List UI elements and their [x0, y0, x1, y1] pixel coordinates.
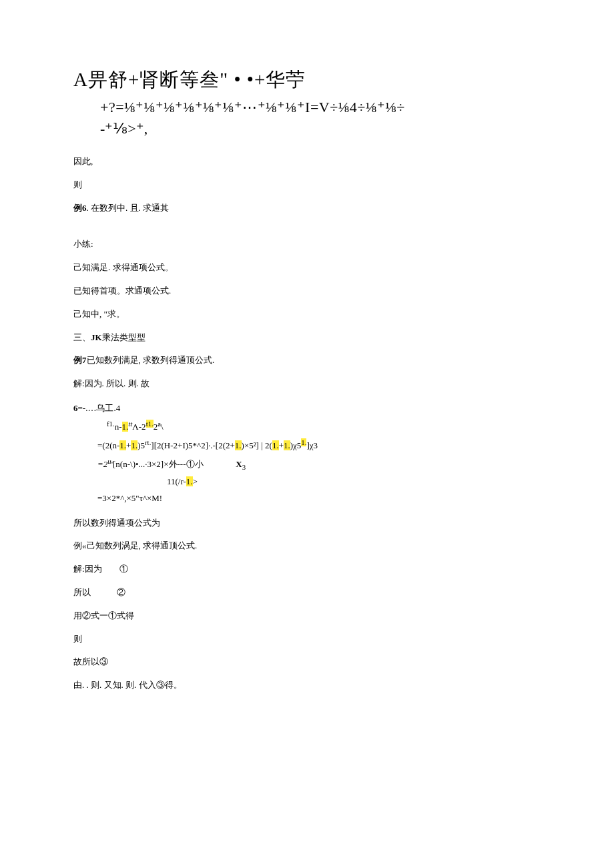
para-known3: 己知中, "求。: [73, 308, 541, 322]
eq-l5c: >: [193, 476, 198, 486]
eq-line5: 11(/r-1.>: [73, 474, 541, 490]
eq-l3g: ][2(H-2+I)5*^2]·.-[2(2+: [151, 440, 234, 450]
eq-line2: f1.n-1.ttΛ-2t1.2a\: [73, 417, 541, 436]
eq-l2c: 1.: [122, 422, 129, 432]
section3-prefix: 三、: [73, 332, 91, 342]
para-sol-use: 用②式一①式得: [73, 609, 541, 623]
eq-l3e: )5: [137, 440, 145, 450]
eq-l4c: '[n(n-\)•...·3×2]×外---①小: [111, 459, 204, 469]
para-sol-by: 由. . 则. 又知. 则. 代入③得。: [73, 679, 541, 693]
eq-line3: =(2(n-1.+1.)5rt.][2(H-2+I)5*^2]·.-[2(2+1…: [73, 436, 541, 454]
para-sol-because: 解:因为 ①: [73, 562, 541, 576]
eq-l3h: 1.: [235, 440, 242, 450]
para-known2: 已知得首项。求通项公式.: [73, 284, 541, 298]
para-section3: 三、JK乘法类型型: [73, 331, 541, 345]
para-practice: 小练:: [73, 238, 541, 252]
eq-l3o: ]χ3: [306, 440, 318, 450]
title-line-1: A畀舒+肾断等叁" • •+华苧: [73, 67, 541, 93]
eq-l3i: )×5²] | 2(: [242, 440, 272, 450]
eq-l5a: 11(/r-: [167, 476, 186, 486]
para-example7: 例7已知数列满足, 求数列得通顶公式.: [73, 354, 541, 368]
title-line-2: +?=⅛⁺⅛⁺⅛⁺⅛⁺⅛⁺⅛⁺⋯⁺⅛⁺⅛⁺I=V÷⅛4÷⅛⁺⅛÷: [100, 99, 541, 116]
example7-text: 已知数列满足, 求数列得通顶公式.: [87, 355, 215, 365]
eq-l4e: 3: [242, 463, 246, 471]
eq-l3f: rt.: [145, 438, 151, 446]
eq-l3b: 1.: [119, 440, 126, 450]
para-example6: 例6. 在数列中. 且. 求通其: [73, 201, 541, 215]
eq-l2i: \: [161, 422, 164, 432]
eq-l3j: 1.: [272, 440, 279, 450]
para-therefore: 因此,: [73, 155, 541, 169]
eq-l4d: X: [236, 459, 242, 469]
eq-l2b: n-: [115, 422, 122, 432]
para-sol-therefore: 故所以③: [73, 655, 541, 669]
eq-l3l: 1.: [284, 440, 290, 450]
example6-label: 例6: [73, 203, 87, 213]
para-then: 则: [73, 178, 541, 192]
eq-l2f: t1.: [146, 420, 154, 428]
eq-l5b: 1.: [186, 476, 193, 486]
section3-jk: JK: [91, 332, 102, 342]
eq-l3m: )χ5: [290, 440, 302, 450]
para-sol-so: 所以 ②: [73, 586, 541, 600]
para-solution: 解:因为. 所以. 则. 故: [73, 377, 541, 391]
eq-l2e: Λ-2: [132, 422, 145, 432]
eq-l1b: =-.…乌工.4: [78, 403, 121, 413]
section3-text: 乘法类型型: [102, 332, 145, 342]
para-sol-then: 则: [73, 632, 541, 646]
eq-l4a: =2: [97, 459, 107, 469]
para-so-formula: 所以数列得通项公式为: [73, 516, 541, 530]
equation-block: 6=-.…乌工.4 f1.n-1.ttΛ-2t1.2a\ =(2(n-1.+1.…: [73, 400, 541, 507]
eq-l3d: 1.: [131, 440, 137, 450]
eq-line6: =3×2*^,×5"τ^×M!: [73, 490, 541, 507]
eq-line1: 6=-.…乌工.4: [73, 400, 541, 417]
eq-l2a: f1.: [107, 420, 115, 428]
eq-l3k: +: [279, 440, 284, 450]
para-known1: 己知满足. 求得通项公式。: [73, 261, 541, 275]
example6-text: . 在数列中. 且. 求通其: [87, 203, 170, 213]
eq-l3a: =(2(n-: [97, 440, 119, 450]
example7-label: 例7: [73, 355, 87, 365]
para-example-next: 例«己知数列涡足, 求得通顶公式.: [73, 539, 541, 553]
title-line-3: -⁺⅟₈>⁺,: [100, 120, 541, 137]
eq-line4: =2u'[n(n-\)•...·3×2]×外---①小 X3: [73, 454, 541, 474]
